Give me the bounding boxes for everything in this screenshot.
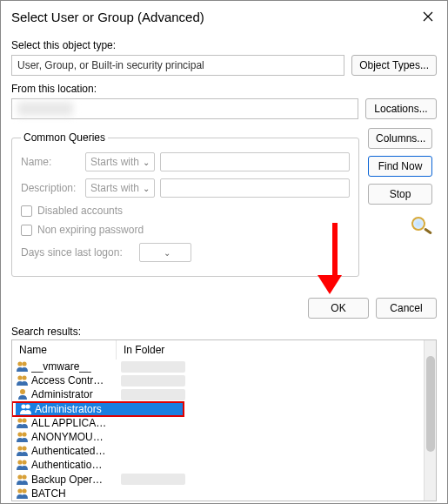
titlebar: Select User or Group (Advanced): [1, 1, 447, 34]
list-item-name: Backup Oper…: [31, 474, 118, 486]
object-type-value: User, Group, or Built-in security princi…: [17, 59, 204, 71]
description-match-select[interactable]: Starts with ⌄: [85, 178, 155, 198]
svg-point-6: [25, 404, 30, 408]
name-input[interactable]: [160, 152, 350, 171]
description-input[interactable]: [160, 178, 350, 198]
svg-point-0: [17, 361, 22, 366]
object-type-field: User, Group, or Built-in security princi…: [11, 55, 344, 76]
chevron-down-icon: ⌄: [164, 248, 171, 258]
results-scrollbar[interactable]: [424, 340, 436, 501]
columns-button[interactable]: Columns...: [368, 128, 432, 149]
svg-point-7: [17, 418, 22, 422]
svg-point-18: [22, 488, 26, 493]
days-since-label: Days since last logon:: [21, 246, 134, 259]
list-item-folder: [121, 389, 185, 400]
list-item-folder: [121, 375, 185, 386]
chevron-down-icon: ⌄: [143, 158, 150, 167]
column-header-name[interactable]: Name: [12, 340, 117, 360]
dialog-body: Select this object type: User, Group, or…: [1, 34, 447, 504]
locations-button[interactable]: Locations...: [365, 98, 437, 119]
group-icon: [16, 417, 30, 429]
list-item-folder: [121, 361, 185, 373]
group-icon: [16, 459, 30, 471]
from-location-value: [17, 102, 73, 116]
list-item[interactable]: BATCH: [12, 487, 436, 499]
list-item-name: Administrator: [31, 388, 118, 400]
search-results-label: Search results:: [11, 326, 437, 338]
svg-point-15: [17, 474, 22, 479]
chevron-down-icon: ⌄: [143, 184, 150, 193]
disabled-accounts-label: Disabled accounts: [37, 205, 123, 217]
non-expiring-checkbox[interactable]: [21, 225, 32, 236]
object-type-label: Select this object type:: [11, 39, 437, 51]
list-item[interactable]: ANONYMOU…: [12, 430, 436, 444]
close-icon[interactable]: [416, 6, 440, 27]
list-item-name: Authenticated…: [31, 445, 118, 457]
user-icon: [16, 388, 30, 400]
disabled-accounts-checkbox[interactable]: [21, 205, 32, 217]
list-item[interactable]: Administrators: [16, 402, 184, 416]
list-item[interactable]: Authenticatio…: [12, 458, 436, 472]
name-label: Name:: [21, 156, 80, 168]
common-queries-legend: Common Queries: [21, 131, 108, 144]
description-match-value: Starts with: [90, 182, 139, 194]
magnifier-icon: [406, 217, 434, 241]
svg-point-4: [20, 389, 25, 394]
list-item[interactable]: ALL APPLICA…: [12, 416, 436, 430]
list-item-name: Access Contr…: [31, 374, 118, 386]
object-types-button[interactable]: Object Types...: [351, 55, 437, 76]
group-icon: [16, 360, 30, 373]
list-item-name: BATCH: [31, 487, 118, 499]
svg-point-3: [22, 376, 26, 380]
list-item-name: Administrators: [35, 403, 184, 415]
svg-point-10: [22, 432, 26, 436]
group-icon: [16, 474, 30, 486]
list-item-name: __vmware__: [31, 360, 118, 373]
name-match-select[interactable]: Starts with ⌄: [85, 152, 155, 171]
non-expiring-label: Non expiring password: [37, 224, 144, 236]
svg-point-14: [22, 460, 26, 465]
list-item-name: ANONYMOU…: [31, 431, 118, 443]
svg-point-16: [22, 474, 26, 479]
svg-point-12: [22, 447, 26, 451]
side-buttons: Columns... Find Now Stop: [368, 126, 434, 241]
list-item[interactable]: Administrator: [12, 387, 436, 401]
list-item[interactable]: Access Contr…: [12, 373, 436, 387]
list-item-name: ALL APPLICA…: [31, 417, 118, 429]
group-icon: [16, 487, 30, 499]
name-match-value: Starts with: [90, 156, 139, 168]
svg-point-5: [21, 404, 25, 408]
common-queries-group: Common Queries Name: Starts with ⌄ Descr…: [11, 131, 359, 277]
svg-point-8: [22, 418, 26, 422]
list-item-name: Authenticatio…: [31, 459, 118, 471]
list-item[interactable]: Backup Oper…: [12, 473, 436, 487]
list-item-selected-highlight: Administrators: [12, 402, 184, 416]
cancel-button[interactable]: Cancel: [376, 298, 437, 319]
from-location-field: [11, 98, 358, 119]
svg-point-1: [22, 361, 26, 366]
stop-button[interactable]: Stop: [368, 184, 432, 205]
from-location-label: From this location:: [11, 83, 437, 95]
svg-point-17: [17, 488, 22, 493]
find-now-button[interactable]: Find Now: [368, 156, 432, 177]
days-since-select[interactable]: ⌄: [139, 243, 191, 262]
column-header-folder[interactable]: In Folder: [117, 340, 436, 360]
svg-point-11: [17, 447, 22, 451]
group-icon: [16, 374, 30, 386]
list-item[interactable]: Authenticated…: [12, 444, 436, 458]
svg-point-2: [17, 376, 22, 380]
group-icon: [16, 445, 30, 457]
list-item-folder: [121, 474, 185, 485]
list-item[interactable]: __vmware__: [12, 360, 436, 373]
search-results-list: Name In Folder __vmware__Access Contr…Ad…: [11, 339, 437, 501]
group-icon: [19, 403, 33, 415]
window-title: Select User or Group (Advanced): [11, 10, 204, 24]
ok-button[interactable]: OK: [308, 298, 369, 319]
description-label: Description:: [21, 182, 80, 194]
group-icon: [16, 431, 30, 443]
svg-point-13: [17, 460, 22, 465]
svg-point-9: [17, 432, 22, 436]
